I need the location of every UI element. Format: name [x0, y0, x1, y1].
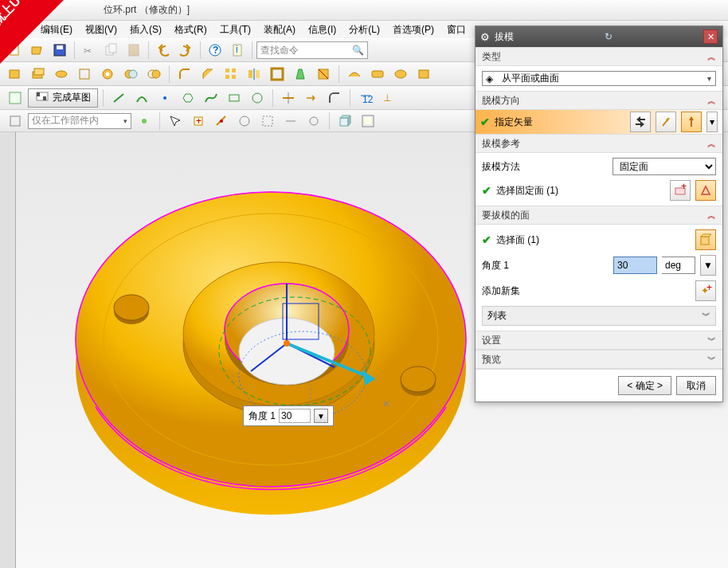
add-set-icon[interactable]: ✦+ — [695, 280, 716, 301]
sheet1-icon[interactable] — [344, 64, 365, 84]
stationary-face-icon[interactable] — [695, 180, 716, 201]
sk-fillet-icon[interactable] — [324, 88, 345, 108]
open-icon[interactable] — [27, 40, 48, 61]
sk-poly-icon[interactable] — [178, 88, 198, 108]
angle-anno-input[interactable] — [279, 409, 311, 423]
sk-rect-icon[interactable] — [224, 88, 245, 108]
resource-bar[interactable] — [0, 132, 16, 568]
save-icon[interactable] — [49, 40, 70, 61]
sk-extend-icon[interactable] — [301, 88, 322, 108]
menu-analysis[interactable]: 分析(L) — [344, 22, 385, 38]
menu-preferences[interactable]: 首选项(P) — [388, 22, 439, 38]
revolve-icon[interactable] — [51, 64, 72, 84]
section-settings-header[interactable]: 设置 ︾ — [476, 331, 722, 350]
vector-menu-icon[interactable]: ▾ — [706, 112, 718, 132]
menu-assembly[interactable]: 装配(A) — [259, 22, 300, 38]
feature4-icon[interactable] — [74, 64, 95, 84]
view-cube-icon[interactable] — [335, 111, 355, 131]
angle-anno-dropdown[interactable]: ▼ — [314, 409, 328, 423]
plane-dialog-icon[interactable]: + — [670, 180, 691, 201]
vector-constructor-icon[interactable] — [656, 112, 676, 132]
extrude-icon[interactable] — [28, 64, 49, 84]
section-reference-header[interactable]: 拔模参考 ︽ — [476, 134, 722, 153]
angle-dropdown-icon[interactable]: ▼ — [700, 255, 716, 276]
sketch-icon[interactable] — [5, 88, 25, 108]
fillet-icon[interactable] — [174, 64, 195, 84]
help-icon[interactable]: ? — [205, 40, 225, 61]
svg-rect-0 — [10, 45, 18, 55]
ok-button[interactable]: < 确定 > — [618, 376, 671, 395]
pattern-icon[interactable] — [221, 64, 241, 84]
sk-spline-icon[interactable] — [201, 88, 221, 108]
sheet3-icon[interactable] — [390, 64, 411, 84]
finish-sketch-flag-icon — [35, 91, 49, 105]
offset-icon[interactable] — [313, 64, 334, 84]
sel-mode2-icon[interactable] — [165, 111, 186, 131]
mirror-icon[interactable] — [244, 64, 264, 84]
sk-line-icon[interactable] — [108, 88, 129, 108]
plane-icon: ◈ — [486, 73, 493, 84]
work-part-filter[interactable]: 仅在工作部件内 — [28, 113, 131, 129]
angle-annotation[interactable]: 角度 1 ▼ — [243, 405, 334, 426]
section-type-header[interactable]: 类型 ︽ — [476, 47, 722, 66]
dialog-reset-icon[interactable]: ↻ — [601, 29, 616, 44]
inferred-vector-icon[interactable] — [681, 112, 702, 132]
sk-point-icon[interactable] — [155, 88, 175, 108]
info-icon[interactable]: i — [227, 40, 248, 61]
menu-window[interactable]: 窗口 — [442, 22, 471, 38]
part-3d-view[interactable]: ✕ — [48, 144, 478, 558]
face-select-icon[interactable] — [695, 229, 716, 250]
sheet2-icon[interactable] — [367, 64, 388, 84]
reverse-vector-icon[interactable] — [630, 112, 651, 132]
finish-sketch-button[interactable]: 完成草图 — [28, 88, 98, 108]
sel-mode1-icon[interactable] — [134, 111, 155, 131]
sel-mode6-icon[interactable] — [257, 111, 278, 131]
sel-mode8-icon[interactable] — [303, 111, 324, 131]
sel-mode3-icon[interactable]: + — [188, 111, 209, 131]
section-preview-header[interactable]: 预览 ︾ — [476, 350, 722, 369]
menu-edit[interactable]: 编辑(E) — [36, 22, 77, 38]
method-label: 拔模方法 — [482, 160, 520, 174]
view-fit-icon[interactable] — [358, 111, 378, 131]
sk-dim-icon[interactable]: 12 — [355, 88, 376, 108]
block-icon[interactable] — [5, 64, 25, 84]
sel-mode5-icon[interactable] — [234, 111, 255, 131]
section-faces-header[interactable]: 要拔模的面 ︽ — [476, 206, 722, 225]
cut-icon[interactable]: ✂ — [79, 40, 100, 61]
command-search[interactable]: 查找命令 🔍 — [256, 41, 368, 59]
section-direction-header[interactable]: 脱模方向 ︽ — [476, 91, 722, 110]
sk-constraint-icon[interactable]: ⊥ — [378, 88, 399, 108]
menu-info[interactable]: 信息(I) — [303, 22, 341, 38]
type-select[interactable]: ◈ 从平面或曲面 — [482, 71, 716, 86]
svg-text:+: + — [706, 284, 712, 293]
sk-trim-icon[interactable] — [278, 88, 299, 108]
copy-icon[interactable] — [101, 40, 122, 61]
method-select[interactable]: 固定面 — [613, 158, 716, 175]
sel-mode7-icon[interactable] — [280, 111, 301, 131]
sel-filter-icon[interactable] — [5, 111, 25, 131]
hole-icon[interactable] — [97, 64, 118, 84]
menu-format[interactable]: 格式(R) — [170, 22, 212, 38]
sk-circ-icon[interactable] — [247, 88, 268, 108]
redo-icon[interactable] — [175, 40, 196, 61]
angle-input[interactable] — [613, 257, 657, 274]
new-icon[interactable] — [5, 40, 25, 61]
cancel-button[interactable]: 取消 — [676, 376, 716, 395]
bool-int-icon[interactable] — [143, 64, 164, 84]
shell-icon[interactable] — [267, 64, 288, 84]
undo-icon[interactable] — [153, 40, 174, 61]
bool-sub-icon[interactable] — [120, 64, 141, 84]
dialog-close-icon[interactable]: ✕ — [703, 29, 718, 44]
list-header[interactable]: 列表 ︾ — [482, 306, 716, 326]
dialog-titlebar[interactable]: ⚙ 拔模 ↻ ✕ — [476, 26, 722, 47]
sel-mode4-icon[interactable] — [211, 111, 232, 131]
menu-view[interactable]: 视图(V) — [80, 22, 122, 38]
sk-arc-icon[interactable] — [131, 88, 152, 108]
angle-unit[interactable] — [662, 257, 695, 274]
paste-icon[interactable] — [123, 40, 144, 61]
menu-insert[interactable]: 插入(S) — [125, 22, 166, 38]
chamfer-icon[interactable] — [198, 64, 218, 84]
sheet4-icon[interactable] — [413, 64, 434, 84]
menu-tools[interactable]: 工具(T) — [215, 22, 256, 38]
draft-green-icon[interactable] — [290, 64, 311, 84]
